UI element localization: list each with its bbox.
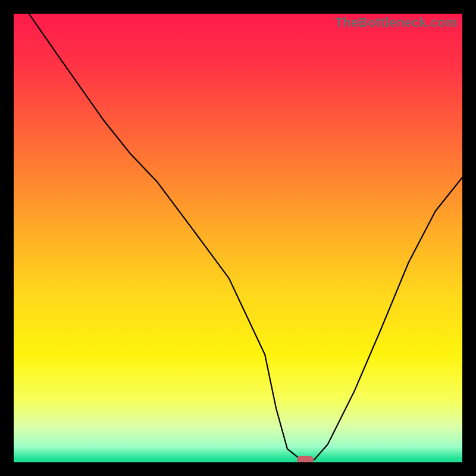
optimal-point-marker — [297, 456, 314, 462]
chart-svg — [14, 14, 462, 462]
chart-background — [14, 14, 462, 462]
watermark-label: TheBottleneck.com — [335, 15, 458, 30]
chart-frame: TheBottleneck.com — [0, 0, 476, 476]
chart-plot-area: TheBottleneck.com — [14, 14, 462, 462]
